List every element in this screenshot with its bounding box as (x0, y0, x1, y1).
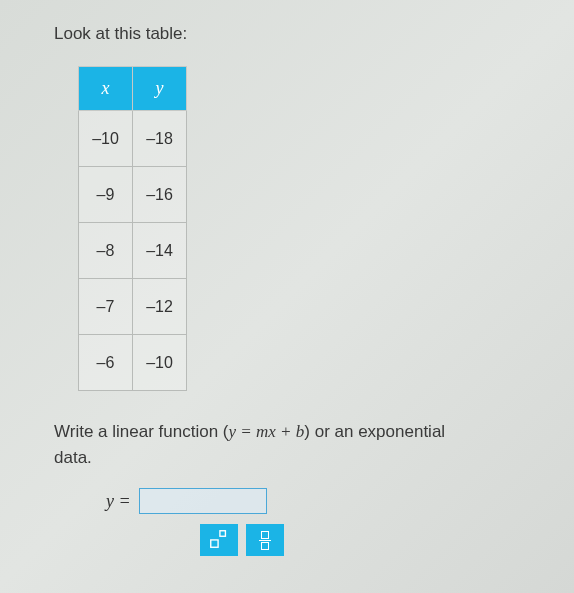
cell-y: –18 (133, 111, 187, 167)
cell-x: –10 (79, 111, 133, 167)
table-row: –6 –10 (79, 335, 187, 391)
svg-rect-0 (211, 540, 218, 547)
answer-label: y = (106, 491, 131, 512)
table-row: –9 –16 (79, 167, 187, 223)
cell-x: –9 (79, 167, 133, 223)
svg-rect-1 (220, 531, 226, 537)
prompt-text: Look at this table: (54, 24, 574, 44)
cell-x: –8 (79, 223, 133, 279)
col-header-x: x (79, 67, 133, 111)
instruction-pre: Write a linear function ( (54, 422, 228, 441)
instruction-math: y = mx + b (228, 422, 304, 441)
exponent-button[interactable] (200, 524, 238, 556)
xy-table: x y –10 –18 –9 –16 –8 –14 –7 –12 –6 –10 (78, 66, 187, 391)
cell-y: –16 (133, 167, 187, 223)
instruction-post: ) or an exponential (304, 422, 445, 441)
cell-y: –12 (133, 279, 187, 335)
fraction-button[interactable] (246, 524, 284, 556)
table-row: –7 –12 (79, 279, 187, 335)
cell-x: –7 (79, 279, 133, 335)
fraction-icon (259, 531, 271, 550)
instruction-text: Write a linear function (y = mx + b) or … (54, 419, 564, 470)
cell-y: –14 (133, 223, 187, 279)
answer-input[interactable] (139, 488, 267, 514)
table-row: –10 –18 (79, 111, 187, 167)
math-toolbar (200, 524, 574, 556)
instruction-line2: data. (54, 448, 92, 467)
col-header-y: y (133, 67, 187, 111)
answer-row: y = (106, 488, 574, 514)
cell-x: –6 (79, 335, 133, 391)
cell-y: –10 (133, 335, 187, 391)
table-row: –8 –14 (79, 223, 187, 279)
exponent-icon (208, 528, 230, 552)
